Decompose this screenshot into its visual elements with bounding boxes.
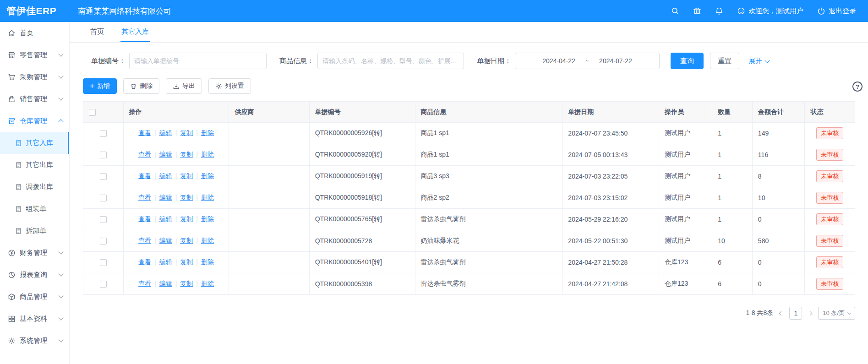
cell-product-info: 雷达杀虫气雾剂 — [415, 252, 562, 273]
row-checkbox[interactable] — [100, 152, 107, 158]
expand-link[interactable]: 展开 — [748, 57, 769, 65]
search-button[interactable]: 查询 — [671, 53, 704, 69]
cell-status: 未审核 — [805, 252, 855, 273]
row-action-copy[interactable]: 复制 — [180, 215, 193, 223]
row-action-delete[interactable]: 删除 — [201, 237, 214, 244]
row-action-edit[interactable]: 编辑 — [159, 215, 172, 223]
row-action-copy[interactable]: 复制 — [180, 194, 193, 201]
report-icon — [8, 271, 16, 279]
table-header-row: 操作 供应商 单据编号 商品信息 单据日期 操作员 数量 金额合计 状态 — [83, 102, 855, 123]
product-info-input[interactable] — [317, 53, 464, 69]
date-range-input[interactable]: 2024-04-22 ~ 2024-07-22 — [515, 53, 660, 69]
column-settings-button[interactable]: 列设置 — [208, 78, 251, 94]
row-action-copy[interactable]: 复制 — [180, 151, 193, 158]
sidebar-item-assembly[interactable]: 组装单 — [0, 198, 69, 220]
prev-page-button[interactable] — [779, 312, 784, 315]
tab-other-inbound[interactable]: 其它入库 — [120, 22, 150, 42]
pagination-total: 1-8 共8条 — [746, 309, 773, 317]
row-action-delete[interactable]: 删除 — [201, 151, 214, 158]
row-action-view[interactable]: 查看 — [138, 129, 151, 136]
sidebar-item-system[interactable]: 系统管理 — [0, 330, 69, 352]
sidebar-item-label: 仓库管理 — [20, 117, 47, 125]
doc-icon — [15, 184, 22, 190]
row-action-copy[interactable]: 复制 — [180, 258, 193, 266]
column-settings-label: 列设置 — [225, 82, 244, 90]
col-status: 状态 — [805, 102, 855, 123]
row-checkbox[interactable] — [100, 173, 107, 180]
sidebar-item-other-inbound[interactable]: 其它入库 — [0, 132, 69, 154]
sidebar-item-other-outbound[interactable]: 其它出库 — [0, 154, 69, 176]
sidebar-item-warehouse[interactable]: 仓库管理 — [0, 110, 69, 132]
logout-button[interactable]: 退出登录 — [817, 7, 856, 16]
add-button[interactable]: + 新增 — [83, 78, 117, 94]
bell-icon[interactable] — [715, 7, 723, 15]
sidebar-item-label: 其它出库 — [26, 161, 53, 169]
welcome-user[interactable]: 欢迎您，测试用户 — [737, 7, 803, 16]
row-actions-cell: 查看|编辑|复制|删除 — [123, 144, 229, 166]
cell-order-no: QTRK00000005398 — [309, 273, 415, 295]
row-action-delete[interactable]: 删除 — [201, 172, 214, 179]
row-checkbox[interactable] — [100, 238, 107, 244]
row-action-copy[interactable]: 复制 — [180, 129, 193, 136]
sidebar-item-sales[interactable]: 销售管理 — [0, 88, 69, 110]
delete-button[interactable]: 删除 — [123, 78, 159, 94]
sidebar-item-disassembly[interactable]: 拆卸单 — [0, 220, 69, 242]
row-action-delete[interactable]: 删除 — [201, 280, 214, 287]
row-action-delete[interactable]: 删除 — [201, 258, 214, 266]
date-end-value[interactable]: 2024-07-22 — [599, 57, 632, 65]
sidebar-item-finance[interactable]: 财务管理 — [0, 242, 69, 264]
row-action-edit[interactable]: 编辑 — [159, 258, 172, 266]
cell-product-info: 商品1 sp1 — [415, 123, 562, 144]
page-size-select[interactable]: 10 条/页 — [818, 307, 855, 320]
row-action-delete[interactable]: 删除 — [201, 194, 214, 201]
logout-icon — [817, 7, 825, 15]
row-action-edit[interactable]: 编辑 — [159, 237, 172, 244]
row-checkbox[interactable] — [100, 281, 107, 288]
row-action-copy[interactable]: 复制 — [180, 172, 193, 179]
row-action-edit[interactable]: 编辑 — [159, 194, 172, 201]
row-action-view[interactable]: 查看 — [138, 194, 151, 201]
action-separator: | — [154, 172, 156, 179]
bank-icon[interactable] — [693, 7, 701, 15]
current-page-button[interactable]: 1 — [789, 307, 802, 320]
date-start-value[interactable]: 2024-04-22 — [542, 57, 575, 65]
order-no-input[interactable] — [129, 53, 267, 69]
row-checkbox[interactable] — [100, 195, 107, 201]
row-checkbox[interactable] — [100, 216, 107, 223]
sidebar-item-product[interactable]: 商品管理 — [0, 286, 69, 308]
row-action-edit[interactable]: 编辑 — [159, 129, 172, 136]
tab-home[interactable]: 首页 — [89, 22, 105, 42]
help-icon[interactable]: ? — [852, 81, 863, 92]
filter-date: 单据日期： 2024-04-22 ~ 2024-07-22 — [477, 53, 660, 69]
system-icon — [8, 337, 16, 345]
sidebar-item-report[interactable]: 报表查询 — [0, 264, 69, 286]
row-action-delete[interactable]: 删除 — [201, 215, 214, 223]
search-icon[interactable] — [671, 7, 679, 15]
row-action-copy[interactable]: 复制 — [180, 237, 193, 244]
row-action-edit[interactable]: 编辑 — [159, 172, 172, 179]
row-action-delete[interactable]: 删除 — [201, 129, 214, 136]
row-checkbox[interactable] — [100, 259, 107, 266]
export-button[interactable]: 导出 — [166, 78, 202, 94]
pagination: 1-8 共8条 1 10 条/页 — [83, 307, 855, 320]
sidebar-item-purchase[interactable]: 采购管理 — [0, 66, 69, 88]
row-action-copy[interactable]: 复制 — [180, 280, 193, 287]
sidebar-item-transfer-outbound[interactable]: 调拨出库 — [0, 176, 69, 198]
row-action-edit[interactable]: 编辑 — [159, 151, 172, 158]
row-action-view[interactable]: 查看 — [138, 237, 151, 244]
row-action-view[interactable]: 查看 — [138, 280, 151, 287]
row-checkbox[interactable] — [100, 130, 107, 137]
row-action-edit[interactable]: 编辑 — [159, 280, 172, 287]
reset-button[interactable]: 重置 — [710, 53, 739, 69]
topbar-actions: 欢迎您，测试用户 退出登录 — [671, 7, 868, 16]
row-action-view[interactable]: 查看 — [138, 215, 151, 223]
row-action-view[interactable]: 查看 — [138, 258, 151, 266]
sidebar-item-retail[interactable]: 零售管理 — [0, 44, 69, 66]
select-all-checkbox[interactable] — [89, 109, 96, 116]
row-action-view[interactable]: 查看 — [138, 151, 151, 158]
row-checkbox-cell — [83, 187, 124, 209]
sidebar-item-base[interactable]: 基本资料 — [0, 308, 69, 330]
next-page-button[interactable] — [808, 312, 813, 315]
row-action-view[interactable]: 查看 — [138, 172, 151, 179]
sidebar-item-home[interactable]: 首页 — [0, 22, 69, 44]
